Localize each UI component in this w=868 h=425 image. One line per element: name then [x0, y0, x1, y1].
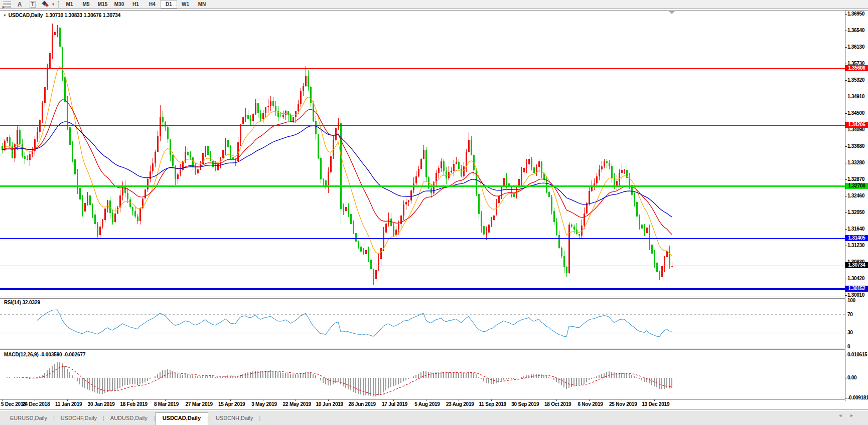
label-tool-icon[interactable]: T	[27, 1, 39, 8]
price-tick-label: 1.30010	[847, 292, 864, 298]
date-tick-mark	[654, 399, 655, 401]
price-tick-mark	[845, 113, 847, 114]
date-tick-mark	[2, 399, 3, 401]
macd-bottom-border	[0, 399, 845, 400]
price-tick-label: 1.32460	[847, 193, 864, 198]
date-label: 22 May 2019	[283, 401, 311, 407]
chart-tabs: EURUSD,Daily|USDCHF,Daily|AUDUSD,Daily|U…	[4, 411, 260, 424]
arrows-dropdown-caret-icon[interactable]: ▾	[52, 2, 54, 7]
price-tick-mark	[845, 279, 847, 279]
date-label: 6 Nov 2019	[577, 401, 603, 407]
price-tick-mark	[845, 246, 847, 246]
rsi-tick-label: 30	[847, 330, 853, 335]
hline-1.32700[interactable]	[0, 185, 845, 187]
chart-shift-marker-icon[interactable]	[669, 11, 675, 14]
macd-tick-mark	[845, 378, 847, 378]
date-label: 8 Mar 2019	[154, 401, 179, 407]
date-label: 30 Jan 2019	[88, 401, 115, 407]
date-label: 24 Dec 2018	[22, 401, 50, 407]
period-button-w1[interactable]: W1	[177, 0, 194, 9]
price-tick-label: 1.30420	[847, 276, 864, 281]
period-button-d1[interactable]: D1	[161, 0, 177, 9]
moving-average-25	[2, 100, 672, 235]
hline-price-badge: 1.35606	[845, 65, 868, 71]
price-tick-mark	[845, 212, 847, 213]
main-rsi-splitter[interactable]	[0, 297, 845, 297]
chart-area: ▼USDCAD,Daily 1.30710 1.30833 1.30676 1.…	[0, 9, 868, 409]
price-tick-mark	[845, 64, 847, 64]
price-tick-label: 1.34910	[847, 94, 864, 99]
date-label: 28 Jun 2019	[348, 401, 376, 407]
period-button-h4[interactable]: H4	[144, 0, 161, 9]
chart-title: ▼USDCAD,Daily 1.30710 1.30833 1.30676 1.…	[3, 13, 120, 18]
date-tick-mark	[230, 399, 231, 401]
rsi-value: 32.0329	[22, 300, 40, 305]
moving-average-55	[2, 122, 672, 217]
macd-tick-mark	[845, 355, 847, 355]
date-tick-mark	[459, 399, 459, 401]
rsi-label: RSI(14) 32.0329	[4, 300, 40, 305]
price-tick-mark	[845, 229, 847, 230]
tab-scroll-right-icon[interactable]: ►	[849, 413, 861, 418]
hline-price-badge: 1.32700	[845, 183, 868, 189]
tab-scroll-left-icon[interactable]: ◄	[838, 413, 849, 418]
date-tick-mark	[263, 399, 263, 401]
date-tick-mark	[622, 399, 622, 401]
price-tick-label: 1.31640	[847, 226, 864, 232]
tab-audusd[interactable]: AUDUSD,Daily	[104, 413, 154, 424]
tab-usdchf[interactable]: USDCHF,Daily	[55, 413, 103, 424]
macd-tick-label: -0.009181	[847, 395, 868, 400]
hline-1.35606[interactable]	[0, 68, 845, 69]
current-price-line	[0, 266, 845, 266]
chart-symbol-period: USDCAD,Daily	[9, 13, 43, 18]
date-tick-mark	[556, 399, 557, 401]
price-tick-label: 1.32870	[847, 176, 864, 182]
price-tick-mark	[845, 196, 847, 196]
hline-1.30152[interactable]	[0, 288, 845, 290]
macd-tick-label: 0.00	[847, 375, 856, 380]
rsi-macd-splitter[interactable]	[0, 348, 845, 348]
period-button-m5[interactable]: M5	[78, 0, 94, 9]
date-tick-mark	[328, 399, 329, 401]
hline-1.31405[interactable]	[0, 238, 845, 239]
macd-signal-line	[22, 366, 672, 394]
hline-price-badge: 1.34206	[845, 122, 868, 128]
chart-title-caret-icon[interactable]: ▼	[3, 14, 7, 17]
price-tick-mark	[845, 14, 847, 15]
macd-tick-label: 0.010615	[847, 352, 867, 357]
tab-usdcnh[interactable]: USDCNH,Daily	[210, 413, 259, 424]
fibonacci-tool-icon[interactable]: F	[1, 1, 13, 8]
price-tick-label: 1.35320	[847, 77, 864, 83]
price-tick-label: 1.32050	[847, 209, 864, 215]
date-label: 3 May 2019	[251, 401, 277, 407]
period-button-m1[interactable]: M1	[61, 0, 78, 9]
date-label: 23 Aug 2019	[446, 401, 474, 407]
rsi-tick-label: 0	[847, 344, 850, 349]
macd-label: MACD(12,26,9) -0.003590 -0.002677	[4, 352, 85, 357]
period-button-m15[interactable]: M15	[94, 0, 111, 9]
period-button-h1[interactable]: H1	[127, 0, 144, 9]
main-rsi-splitter-line2	[0, 298, 845, 299]
bull-candle-wicks	[5, 24, 672, 281]
price-tick-mark	[845, 130, 847, 130]
date-label: 13 Dec 2019	[642, 401, 669, 407]
hline-price-badge: 1.30152	[845, 286, 868, 292]
rsi-indicator-chart	[0, 299, 845, 349]
date-tick-mark	[361, 399, 361, 401]
price-tick-mark	[845, 179, 847, 180]
hline-1.34206[interactable]	[0, 125, 845, 126]
text-tool-icon[interactable]: A	[14, 1, 26, 8]
tab-usdcad[interactable]: USDCAD,Daily	[155, 412, 208, 425]
period-button-m30[interactable]: M30	[111, 0, 127, 9]
chart-tab-bar: EURUSD,Daily|USDCHF,Daily|AUDUSD,Daily|U…	[0, 409, 868, 425]
price-tick-label: 1.36540	[847, 28, 864, 33]
tab-eurusd[interactable]: EURUSD,Daily	[4, 413, 53, 424]
price-tick-label: 1.36130	[847, 44, 864, 50]
date-label: 15 Apr 2019	[218, 401, 245, 407]
toolbar-separator	[58, 1, 59, 8]
period-button-mn[interactable]: MN	[194, 0, 210, 9]
date-label: 27 Mar 2019	[185, 401, 213, 407]
date-tick-mark	[35, 399, 35, 401]
price-tick-mark	[845, 295, 847, 296]
arrows-tool-icon[interactable]	[40, 1, 52, 8]
